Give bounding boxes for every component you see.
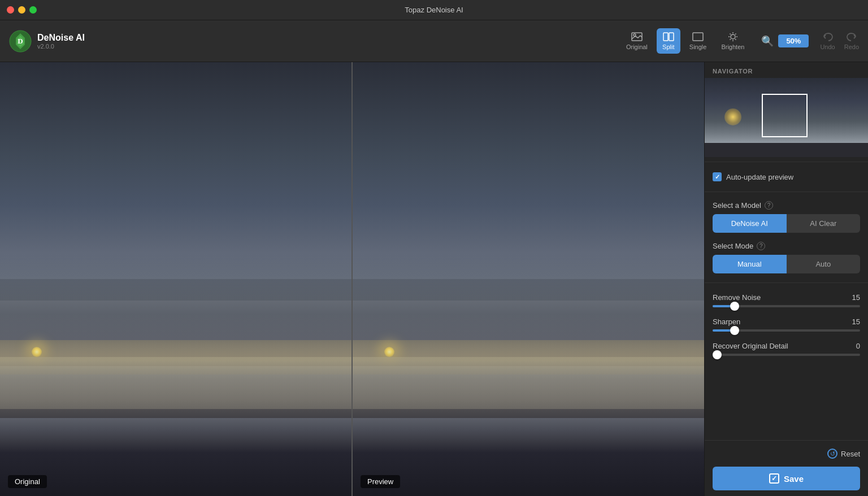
model-clear-button[interactable]: AI Clear: [787, 214, 861, 233]
redo-button[interactable]: Redo: [844, 32, 859, 50]
split-view-icon: [662, 32, 675, 42]
reset-icon: ↺: [827, 449, 837, 459]
save-check-icon: ✓: [769, 473, 779, 484]
sharpen-slider-row: Sharpen 15: [713, 317, 860, 332]
mode-manual-button[interactable]: Manual: [713, 255, 787, 273]
sky-upper: [0, 62, 351, 301]
app-logo: D DeNoise AI v2.0.0: [9, 30, 85, 53]
app-name: DeNoise AI: [37, 33, 85, 43]
traffic-lights: [7, 6, 37, 14]
view-single-button[interactable]: Single: [684, 28, 713, 54]
model-denoise-button[interactable]: DeNoise AI: [713, 214, 787, 233]
hills-preview: [353, 409, 704, 496]
recover-detail-slider-row: Recover Original Detail 0: [713, 342, 860, 356]
clouds-lower-preview: [353, 340, 704, 418]
brighten-view-icon: [727, 32, 739, 42]
svg-line-12: [730, 34, 731, 35]
model-label-text: Select a Model: [713, 201, 761, 210]
svg-line-15: [730, 39, 731, 40]
preview-image: [353, 62, 704, 496]
svg-line-14: [735, 34, 736, 35]
maximize-button[interactable]: [29, 6, 37, 14]
mode-buttons: Manual Auto: [713, 255, 860, 273]
auto-update-label: Auto-update preview: [726, 173, 793, 181]
zoom-level[interactable]: 50%: [778, 34, 809, 47]
close-button[interactable]: [7, 6, 14, 14]
view-brighten-button[interactable]: Brighten: [715, 28, 750, 54]
app-logo-icon: D: [9, 30, 32, 53]
original-pane[interactable]: Original: [0, 62, 351, 496]
sliders-section: Remove Noise 15 Sharpen 15: [705, 288, 868, 440]
zoom-in-icon[interactable]: 🔍: [761, 35, 774, 47]
model-help-icon[interactable]: ?: [765, 201, 773, 210]
reset-label: Reset: [841, 450, 860, 458]
mode-auto-button[interactable]: Auto: [787, 255, 861, 273]
right-panel: NAVIGATOR Auto-update preview Select a M…: [704, 62, 868, 496]
clouds-lower: [0, 340, 351, 418]
remove-noise-slider-row: Remove Noise 15: [713, 293, 860, 307]
auto-update-checkbox[interactable]: [713, 172, 722, 181]
original-label: Original: [8, 475, 47, 488]
single-view-label: Single: [689, 43, 707, 50]
window-title: Topaz DeNoise AI: [405, 6, 463, 14]
model-label: Select a Model ?: [713, 201, 860, 210]
remove-noise-header: Remove Noise 15: [713, 293, 860, 302]
sharpen-value: 15: [852, 317, 860, 326]
nav-viewport[interactable]: [762, 94, 808, 137]
toolbar-actions: Undo Redo: [820, 32, 859, 50]
reset-button[interactable]: ↺ Reset: [713, 446, 860, 461]
svg-line-13: [735, 39, 736, 40]
toolbar-zoom: 🔍 50%: [761, 34, 809, 47]
svg-text:D: D: [18, 37, 23, 45]
sharpen-label: Sharpen: [713, 317, 740, 326]
remove-noise-track[interactable]: [713, 305, 860, 307]
preview-pane[interactable]: Preview: [351, 62, 704, 496]
minimize-button[interactable]: [18, 6, 25, 14]
svg-point-7: [731, 34, 735, 39]
recover-detail-track[interactable]: [713, 354, 860, 356]
navigator-section: NAVIGATOR: [705, 62, 868, 157]
app-version: v2.0.0: [37, 43, 85, 50]
sky-upper-preview: [353, 62, 704, 301]
save-button[interactable]: ✓ Save: [713, 467, 860, 490]
hills-original: [0, 409, 351, 496]
sharpen-header: Sharpen 15: [713, 317, 860, 326]
navigator-title: NAVIGATOR: [705, 62, 868, 78]
brighten-view-label: Brighten: [721, 43, 744, 50]
remove-noise-label: Remove Noise: [713, 293, 761, 302]
original-view-icon: [631, 32, 643, 42]
nav-sun: [724, 108, 741, 125]
navigator-thumbnail: [705, 78, 868, 157]
view-buttons: Original Split Single: [620, 28, 750, 54]
remove-noise-thumb[interactable]: [730, 302, 739, 311]
sharpen-track[interactable]: [713, 329, 860, 332]
svg-rect-6: [693, 33, 703, 41]
sharpen-thumb[interactable]: [730, 326, 739, 335]
remove-noise-value: 15: [852, 293, 860, 302]
undo-button[interactable]: Undo: [820, 32, 835, 50]
mode-help-icon[interactable]: ?: [757, 242, 765, 250]
save-label: Save: [784, 474, 804, 484]
undo-label: Undo: [820, 43, 835, 50]
mode-section: Select Mode ? Manual Auto: [705, 237, 868, 278]
recover-detail-thumb[interactable]: [713, 350, 722, 359]
recover-detail-label: Recover Original Detail: [713, 342, 788, 350]
mode-label-text: Select Mode: [713, 242, 753, 250]
app-name-block: DeNoise AI v2.0.0: [37, 33, 85, 50]
titlebar: Topaz DeNoise AI: [0, 0, 868, 20]
main-layout: Original Preview NAVIGATOR: [0, 62, 868, 496]
original-image: [0, 62, 351, 496]
toolbar: D DeNoise AI v2.0.0 Original: [0, 20, 868, 62]
image-area: Original Preview: [0, 62, 704, 496]
panel-bottom: ↺ Reset ✓ Save: [705, 440, 868, 496]
nav-hills: [705, 143, 868, 157]
preview-label: Preview: [361, 475, 400, 488]
view-split-button[interactable]: Split: [657, 28, 680, 54]
divider-3: [705, 282, 868, 283]
redo-label: Redo: [844, 43, 859, 50]
view-original-button[interactable]: Original: [620, 28, 653, 54]
single-view-icon: [692, 32, 704, 42]
model-section: Select a Model ? DeNoise AI AI Clear: [705, 197, 868, 237]
recover-detail-value: 0: [856, 342, 860, 350]
divider-1: [705, 162, 868, 162]
